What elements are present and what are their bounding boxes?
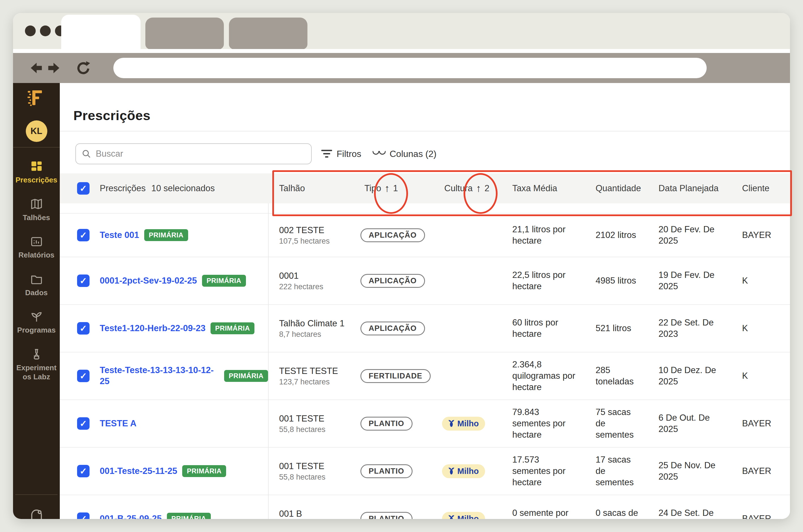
filters-button[interactable]: Filtros — [321, 143, 361, 164]
app-logo-icon[interactable] — [13, 90, 60, 107]
sort-arrow-up-icon: ↑ — [476, 183, 481, 194]
table-row[interactable]: ✓ 0001-2pct-Sev-19-02-25 PRIMÁRIA 0001 2… — [60, 256, 790, 304]
search-magnifier-icon — [81, 149, 91, 159]
quantidade-value: 75 sacas de sementes — [596, 406, 639, 441]
table-row[interactable]: ✓ 001-Teste-25-11-25 PRIMÁRIA 001 TESTE … — [60, 447, 790, 495]
row-checkbox[interactable]: ✓ — [77, 512, 90, 519]
browser-tabbar — [13, 13, 790, 53]
table-row[interactable]: ✓ TESTE A 001 TESTE 55,8 hectares PLANTI… — [60, 399, 790, 447]
column-header-cliente[interactable]: Cliente — [742, 183, 769, 193]
table-row[interactable]: ✓ 001-B-25-09-25 PRIMÁRIA 001 B 258,5 he… — [60, 495, 790, 519]
columns-button[interactable]: Colunas (2) — [373, 143, 436, 164]
talhao-area: 107,5 hectares — [279, 237, 360, 246]
reload-icon[interactable] — [76, 61, 91, 75]
select-all-checkbox[interactable]: ✓ — [77, 182, 90, 195]
prescription-name-link[interactable]: 001-Teste-25-11-25 — [100, 466, 177, 477]
corn-icon — [448, 515, 454, 519]
row-checkbox[interactable]: ✓ — [77, 370, 90, 382]
sidebar-item-experimentos-labz[interactable]: Experimentos Labz — [13, 348, 60, 382]
row-checkbox[interactable]: ✓ — [77, 322, 90, 335]
search-placeholder: Buscar — [96, 149, 123, 159]
quantidade-value: 521 litros — [596, 323, 639, 334]
prescription-name-link[interactable]: 001-B-25-09-25 — [100, 513, 162, 519]
data-planejada-value: 20 De Fev. De 2025 — [658, 224, 725, 247]
data-planejada-value: 24 De Set. De 2025 — [658, 507, 725, 519]
cultura-label: Milho — [457, 467, 479, 476]
cultura-pill: Milho — [442, 417, 485, 431]
sidebar-divider — [13, 147, 60, 148]
search-input[interactable]: Buscar — [75, 143, 312, 164]
data-planejada-value: 25 De Nov. De 2025 — [658, 460, 725, 483]
sidebar-item-prescricoes[interactable]: Prescrições — [13, 160, 60, 185]
table-row[interactable]: ✓ Teste1-120-Herb-22-09-23 PRIMÁRIA Talh… — [60, 304, 790, 352]
column-header-talhao[interactable]: Talhão — [279, 183, 305, 193]
prescription-name-link[interactable]: TESTE A — [100, 418, 136, 429]
prescription-name-link[interactable]: Teste 001 — [100, 230, 139, 241]
dashboard-grid-icon — [30, 160, 43, 173]
row-checkbox[interactable]: ✓ — [77, 229, 90, 241]
data-planejada-value: 10 De Dez. De 2025 — [658, 365, 725, 387]
table-name-header: Prescrições — [100, 183, 146, 193]
talhao-area: 222 hectares — [279, 282, 360, 291]
eye-closed-icon — [373, 149, 386, 159]
flask-icon — [30, 348, 43, 361]
row-checkbox[interactable]: ✓ — [77, 417, 90, 430]
taxa-media-value: 21,1 litros por hectare — [512, 224, 578, 247]
column-header-cultura[interactable]: Cultura ↑ 2 — [444, 183, 512, 194]
tipo-pill: APLICAÇÃO — [360, 322, 425, 336]
sidebar-item-label: Talhões — [16, 213, 57, 222]
column-header-tipo[interactable]: Tipo ↑ 1 — [365, 183, 442, 194]
traffic-light-dot[interactable] — [25, 25, 36, 36]
taxa-media-value: 60 litros por hectare — [512, 317, 578, 340]
tipo-pill: PLANTIO — [360, 417, 413, 431]
selected-count: 10 selecionados — [151, 183, 215, 193]
sidebar-item-talhoes[interactable]: Talhões — [13, 198, 60, 222]
page-title: Prescrições — [73, 108, 150, 123]
sidebar-item-relatorios[interactable]: Relatórios — [13, 235, 60, 260]
taxa-media-value: 17.573 sementes por hectare — [512, 454, 578, 488]
sidebar-nav: Prescrições Talhões — [13, 160, 60, 382]
data-planejada-value: 6 De Out. De 2025 — [658, 412, 725, 435]
table-row[interactable]: ✓ Teste 001 PRIMÁRIA 002 TESTE 107,5 hec… — [60, 213, 790, 256]
traffic-light-dot[interactable] — [40, 25, 51, 36]
tipo-pill: APLICAÇÃO — [360, 228, 425, 242]
prescription-name-link[interactable]: Teste-Teste-13-13-13-10-12-25 — [100, 365, 219, 387]
column-header-quantidade[interactable]: Quantidade — [596, 183, 641, 193]
bell-icon[interactable] — [28, 507, 45, 519]
primary-badge: PRIMÁRIA — [210, 322, 255, 334]
row-checkbox[interactable]: ✓ — [77, 274, 90, 287]
browser-tab-inactive[interactable] — [229, 18, 307, 49]
talhao-name: Talhão Climate 1 — [279, 318, 346, 329]
taxa-media-value: 2.364,8 quilogramas por hectare — [512, 359, 578, 393]
cultura-pill: Milho — [442, 512, 485, 519]
column-header-data-planejada[interactable]: Data Planejada — [658, 183, 718, 193]
prescription-name-link[interactable]: Teste1-120-Herb-22-09-23 — [100, 323, 205, 334]
prescription-name-link[interactable]: 0001-2pct-Sev-19-02-25 — [100, 276, 197, 286]
back-arrow-icon[interactable] — [28, 61, 43, 75]
title-divider — [60, 131, 790, 131]
quantidade-value: 285 toneladas — [596, 365, 639, 387]
url-bar[interactable] — [113, 58, 707, 78]
row-checkbox[interactable]: ✓ — [77, 465, 90, 477]
sidebar-item-label: Dados — [16, 288, 57, 298]
browser-tab-inactive[interactable] — [145, 18, 224, 49]
data-planejada-value: 22 De Set. De 2023 — [658, 317, 725, 340]
sidebar-item-dados[interactable]: Dados — [13, 273, 60, 298]
cultura-pill: Milho — [442, 464, 485, 478]
table-row[interactable]: ✓ Teste-Teste-13-13-13-10-12-25 PRIMÁRIA… — [60, 352, 790, 399]
sidebar-item-programas[interactable]: Programas — [13, 310, 60, 335]
traffic-light-dots[interactable] — [25, 25, 66, 36]
quantidade-value: 2102 litros — [596, 229, 639, 241]
browser-tab-active[interactable] — [61, 15, 141, 53]
browser-window: KL Prescrições — [13, 13, 790, 519]
talhao-area: 55,8 hectares — [279, 425, 360, 434]
taxa-media-value: 22,5 litros por hectare — [512, 269, 578, 292]
avatar[interactable]: KL — [26, 120, 47, 142]
forward-arrow-icon[interactable] — [47, 61, 62, 75]
tabbar-bottom-strip — [13, 49, 790, 53]
cliente-value: BAYER — [742, 513, 790, 519]
browser-toolbar — [13, 53, 790, 83]
prescriptions-table: ✓ Prescrições 10 selecionados Talhão Tip… — [60, 173, 790, 519]
column-header-taxa-media[interactable]: Taxa Média — [512, 183, 557, 193]
primary-badge: PRIMÁRIA — [167, 513, 211, 519]
